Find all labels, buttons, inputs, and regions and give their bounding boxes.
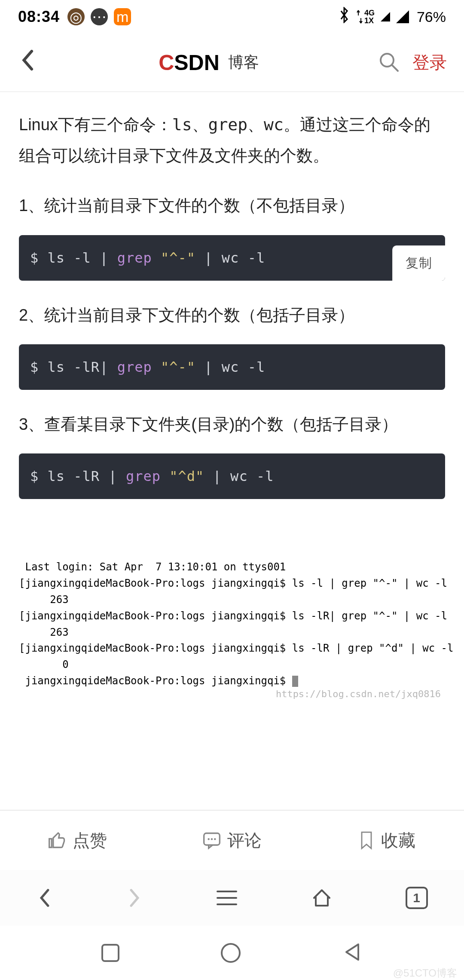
svg-line-1: [392, 65, 398, 71]
terminal-watermark: https://blog.csdn.net/jxq0816: [19, 689, 445, 699]
comment-button[interactable]: 评论: [155, 811, 309, 870]
home-button[interactable]: [221, 943, 241, 963]
copy-button[interactable]: 复制: [392, 245, 445, 281]
logo-text: CSDN: [159, 50, 220, 75]
bookmark-icon: [358, 831, 375, 850]
recent-apps-button[interactable]: [101, 944, 119, 962]
intro-paragraph: Linux下有三个命令：ls、grep、wc。通过这三个命令的组合可以统计目录下…: [19, 109, 445, 171]
status-left: 08:34 ◎ ⋯ m: [18, 8, 131, 26]
browser-menu-button[interactable]: [207, 885, 247, 911]
status-app-icons: ◎ ⋯ m: [67, 8, 131, 25]
like-button[interactable]: 点赞: [0, 811, 155, 870]
svg-point-3: [208, 838, 209, 840]
browser-tabs-button[interactable]: 1: [397, 882, 437, 913]
like-label: 点赞: [73, 829, 107, 852]
site-logo[interactable]: CSDN 博客: [159, 50, 259, 75]
terminal-screenshot: Last login: Sat Apr 7 13:10:01 on ttys00…: [19, 559, 445, 689]
battery-level: 76%: [417, 9, 446, 25]
app-header: CSDN 博客 登录: [0, 34, 464, 92]
thumbs-up-icon: [48, 831, 67, 850]
favorite-button[interactable]: 收藏: [309, 811, 464, 870]
login-link[interactable]: 登录: [412, 51, 447, 74]
status-right: 4G1X 76%: [338, 7, 446, 27]
app-icon-1: ◎: [67, 8, 85, 25]
section-2-title: 2、统计当前目录下文件的个数（包括子目录）: [19, 300, 445, 331]
tab-count: 1: [406, 887, 428, 909]
app-icon-3: m: [114, 8, 131, 25]
svg-point-0: [381, 54, 394, 67]
comment-icon: [202, 831, 221, 850]
back-button[interactable]: [17, 45, 40, 80]
favorite-label: 收藏: [381, 829, 415, 852]
svg-point-4: [211, 838, 213, 840]
back-button-sys[interactable]: [342, 942, 363, 964]
bluetooth-icon: [338, 7, 351, 27]
cursor-icon: [292, 676, 298, 687]
article-content: Linux下有三个命令：ls、grep、wc。通过这三个命令的组合可以统计目录下…: [0, 92, 464, 699]
code-block-1[interactable]: $ ls -l | grep "^-" | wc -l 复制: [19, 235, 445, 281]
mobile-data-icon: 4G1X: [357, 9, 375, 24]
browser-forward-button[interactable]: [117, 882, 152, 913]
signal-icon-1: [381, 12, 390, 21]
page-watermark: @51CTO博客: [393, 966, 457, 980]
browser-nav: 1: [0, 870, 464, 926]
action-bar: 点赞 评论 收藏: [0, 810, 464, 870]
comment-label: 评论: [227, 829, 262, 852]
code-block-2[interactable]: $ ls -lR| grep "^-" | wc -l: [19, 344, 445, 390]
browser-home-button[interactable]: [302, 882, 342, 913]
logo-subtext: 博客: [228, 52, 259, 73]
section-3-title: 3、查看某目录下文件夹(目录)的个数（包括子目录）: [19, 409, 445, 440]
status-time: 08:34: [18, 8, 60, 26]
signal-icon-2: [396, 10, 409, 23]
svg-point-5: [214, 838, 216, 840]
code-block-3[interactable]: $ ls -lR | grep "^d" | wc -l: [19, 453, 445, 499]
section-1-title: 1、统计当前目录下文件的个数（不包括目录）: [19, 190, 445, 221]
status-bar: 08:34 ◎ ⋯ m 4G1X 76%: [0, 0, 464, 34]
browser-back-button[interactable]: [27, 882, 62, 913]
search-icon[interactable]: [378, 51, 400, 74]
app-icon-2: ⋯: [91, 8, 108, 25]
